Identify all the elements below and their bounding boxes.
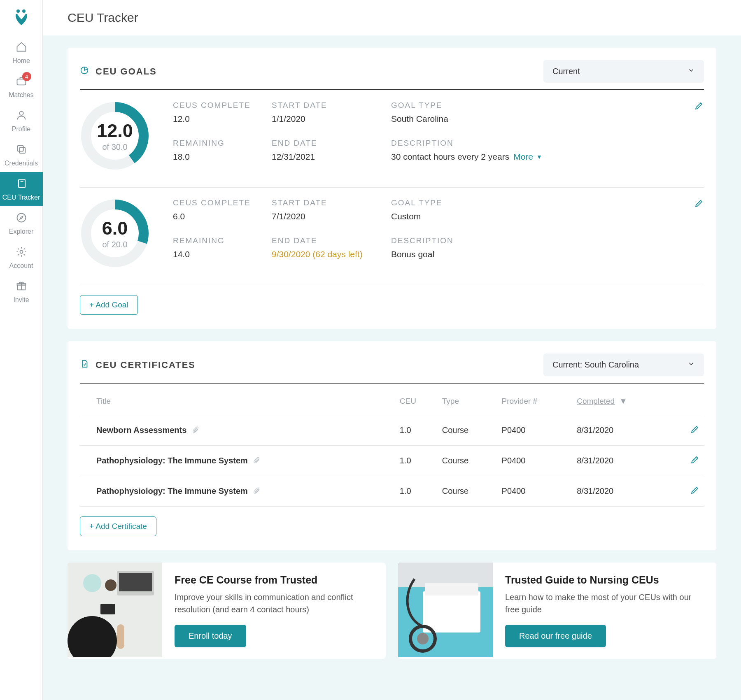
goals-filter-select[interactable]: Current [543, 60, 704, 83]
label-start-date: START DATE [272, 198, 387, 207]
promo-description: Learn how to make the most of your CEUs … [505, 591, 704, 616]
edit-cert-button[interactable] [690, 457, 700, 466]
sidebar-item-label: Account [9, 262, 33, 270]
table-row: Pathophysiology: The Immune System 1.0 C… [80, 476, 704, 507]
svg-point-1 [22, 9, 26, 13]
sidebar-item-label: Invite [13, 296, 29, 304]
gear-icon [16, 246, 27, 260]
matches-badge: 4 [22, 72, 31, 81]
promo-image [68, 563, 162, 657]
svg-rect-4 [19, 147, 25, 153]
promo-title: Trusted Guide to Nursing CEUs [505, 574, 704, 586]
sidebar-item-profile[interactable]: Profile [0, 104, 43, 138]
cert-provider: P0400 [498, 446, 573, 476]
donut-of: of 30.0 [97, 142, 133, 152]
certs-filter-select[interactable]: Current: South Carolina [543, 353, 704, 376]
svg-point-22 [83, 574, 101, 592]
cert-provider: P0400 [498, 415, 573, 446]
cert-title: Newborn Assessments [96, 426, 186, 435]
cert-title: Pathophysiology: The Immune System [96, 486, 248, 495]
svg-rect-5 [17, 146, 23, 151]
donut-value: 12.0 [97, 120, 133, 142]
label-end-date: END DATE [272, 236, 387, 245]
promo-cta-button[interactable]: Read our free guide [505, 625, 606, 647]
label-start-date: START DATE [272, 101, 387, 110]
value-ceus-complete: 12.0 [173, 114, 268, 124]
value-remaining: 18.0 [173, 152, 268, 162]
col-ceu: CEU [396, 388, 438, 415]
label-ceus-complete: CEUS COMPLETE [173, 101, 268, 110]
ceu-goals-card: CEU GOALS Current 12.0 of 30.0 [68, 48, 716, 329]
table-row: Newborn Assessments 1.0 Course P0400 8/3… [80, 415, 704, 446]
ceu-certificates-card: CEU CERTIFICATES Current: South Carolina… [68, 341, 716, 550]
svg-point-3 [19, 112, 23, 115]
cert-completed: 8/31/2020 [573, 476, 673, 507]
cert-provider: P0400 [498, 476, 573, 507]
sidebar-item-credentials[interactable]: Credentials [0, 138, 43, 172]
sidebar-item-matches[interactable]: 4 Matches [0, 70, 43, 104]
progress-donut: 12.0 of 30.0 [80, 101, 150, 171]
cert-ceu: 1.0 [396, 476, 438, 507]
label-remaining: REMAINING [173, 139, 268, 148]
value-start-date: 1/1/2020 [272, 114, 387, 124]
file-check-icon [80, 359, 89, 371]
label-ceus-complete: CEUS COMPLETE [173, 198, 268, 207]
label-goal-type: GOAL TYPE [391, 198, 704, 207]
edit-goal-button[interactable] [694, 198, 704, 210]
value-start-date: 7/1/2020 [272, 212, 387, 221]
sidebar-item-label: Home [12, 57, 30, 65]
app-logo [0, 0, 43, 35]
col-title: Title [80, 388, 396, 415]
more-link[interactable]: More ▼ [513, 152, 542, 162]
svg-point-10 [20, 251, 23, 253]
gift-icon [16, 280, 27, 294]
col-type: Type [438, 388, 498, 415]
add-goal-button[interactable]: + Add Goal [80, 295, 138, 315]
cert-ceu: 1.0 [396, 415, 438, 446]
promo-description: Improve your skills in communication and… [175, 591, 373, 616]
promo-cta-button[interactable]: Enroll today [175, 625, 246, 647]
sidebar-item-account[interactable]: Account [0, 240, 43, 274]
promo-card: Trusted Guide to Nursing CEUs Learn how … [398, 563, 716, 659]
edit-goal-button[interactable] [694, 101, 704, 113]
sidebar-item-label: CEU Tracker [2, 194, 40, 201]
sidebar-item-invite[interactable]: Invite [0, 274, 43, 309]
cert-type: Course [438, 446, 498, 476]
attachment-icon [253, 458, 260, 465]
attachment-icon [192, 427, 199, 434]
svg-rect-21 [119, 573, 152, 591]
add-certificate-button[interactable]: + Add Certificate [80, 516, 156, 536]
sidebar-item-label: Matches [9, 91, 33, 99]
sidebar-item-home[interactable]: Home [0, 35, 43, 70]
label-description: DESCRIPTION [391, 139, 704, 148]
sidebar-item-label: Explorer [9, 228, 34, 235]
progress-donut: 6.0 of 20.0 [80, 198, 150, 268]
goal-row: 12.0 of 30.0 CEUS COMPLETE 12.0 REMAININ… [80, 90, 704, 188]
caret-down-icon: ▼ [619, 397, 627, 405]
svg-point-23 [105, 579, 117, 591]
svg-rect-6 [19, 180, 25, 188]
card-title-goals: CEU GOALS [80, 66, 157, 77]
svg-rect-30 [425, 583, 478, 595]
svg-point-32 [417, 633, 429, 644]
promo-card: Free CE Course from Trusted Improve your… [68, 563, 386, 659]
col-completed[interactable]: Completed ▼ [573, 388, 673, 415]
label-end-date: END DATE [272, 139, 387, 148]
page-title: CEU Tracker [43, 0, 741, 35]
label-goal-type: GOAL TYPE [391, 101, 704, 110]
value-description: 30 contact hours every 2 yearsMore ▼ [391, 152, 704, 162]
pie-icon [80, 66, 89, 77]
cert-type: Course [438, 415, 498, 446]
edit-cert-button[interactable] [690, 488, 700, 497]
svg-rect-29 [423, 591, 480, 633]
label-description: DESCRIPTION [391, 236, 704, 245]
edit-cert-button[interactable] [690, 427, 700, 436]
col-provider: Provider # [498, 388, 573, 415]
svg-rect-24 [100, 604, 115, 614]
donut-of: of 20.0 [102, 240, 128, 249]
sidebar-item-ceu-tracker[interactable]: CEU Tracker [0, 172, 43, 206]
card-title-certs: CEU CERTIFICATES [80, 359, 196, 371]
sidebar-item-explorer[interactable]: Explorer [0, 206, 43, 240]
value-description: Bonus goal [391, 249, 704, 259]
sidebar-item-label: Credentials [5, 160, 38, 167]
